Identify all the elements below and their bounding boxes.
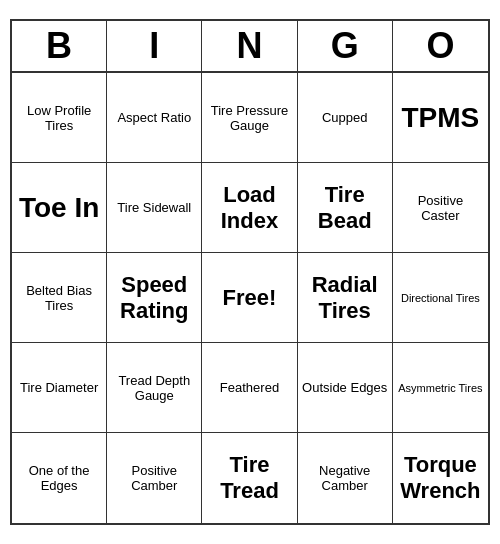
bingo-cell-24: Torque Wrench [393,433,488,523]
bingo-cell-7: Load Index [202,163,297,253]
bingo-cell-17: Feathered [202,343,297,433]
bingo-cell-19: Asymmetric Tires [393,343,488,433]
bingo-cell-4: TPMS [393,73,488,163]
bingo-cell-8: Tire Bead [298,163,393,253]
bingo-cell-20: One of the Edges [12,433,107,523]
header-letter: G [298,21,393,71]
bingo-cell-18: Outside Edges [298,343,393,433]
bingo-card: BINGO Low Profile TiresAspect RatioTire … [10,19,490,525]
bingo-cell-13: Radial Tires [298,253,393,343]
bingo-cell-11: Speed Rating [107,253,202,343]
bingo-cell-3: Cupped [298,73,393,163]
header-letter: N [202,21,297,71]
bingo-cell-21: Positive Camber [107,433,202,523]
bingo-cell-0: Low Profile Tires [12,73,107,163]
bingo-cell-9: Positive Caster [393,163,488,253]
bingo-cell-1: Aspect Ratio [107,73,202,163]
bingo-header: BINGO [12,21,488,73]
header-letter: O [393,21,488,71]
bingo-cell-2: Tire Pressure Gauge [202,73,297,163]
bingo-cell-12: Free! [202,253,297,343]
bingo-cell-22: Tire Tread [202,433,297,523]
bingo-cell-10: Belted Bias Tires [12,253,107,343]
bingo-cell-16: Tread Depth Gauge [107,343,202,433]
bingo-cell-5: Toe In [12,163,107,253]
bingo-cell-23: Negative Camber [298,433,393,523]
header-letter: I [107,21,202,71]
bingo-cell-14: Directional Tires [393,253,488,343]
header-letter: B [12,21,107,71]
bingo-grid: Low Profile TiresAspect RatioTire Pressu… [12,73,488,523]
bingo-cell-15: Tire Diameter [12,343,107,433]
bingo-cell-6: Tire Sidewall [107,163,202,253]
